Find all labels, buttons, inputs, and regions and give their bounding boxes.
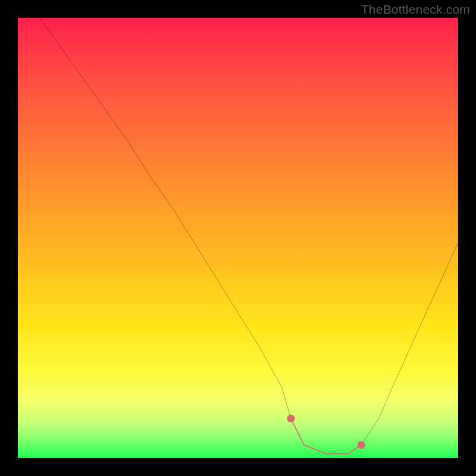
watermark-text: TheBottleneck.com xyxy=(361,2,470,17)
chart-svg xyxy=(18,18,458,458)
highlight-dot-left xyxy=(287,415,295,422)
chart-frame: TheBottleneck.com xyxy=(0,0,476,476)
highlight-dot-right xyxy=(358,441,365,449)
highlight-segment-path xyxy=(291,418,361,453)
plot-area xyxy=(18,18,458,458)
bottleneck-curve-path xyxy=(40,18,458,454)
